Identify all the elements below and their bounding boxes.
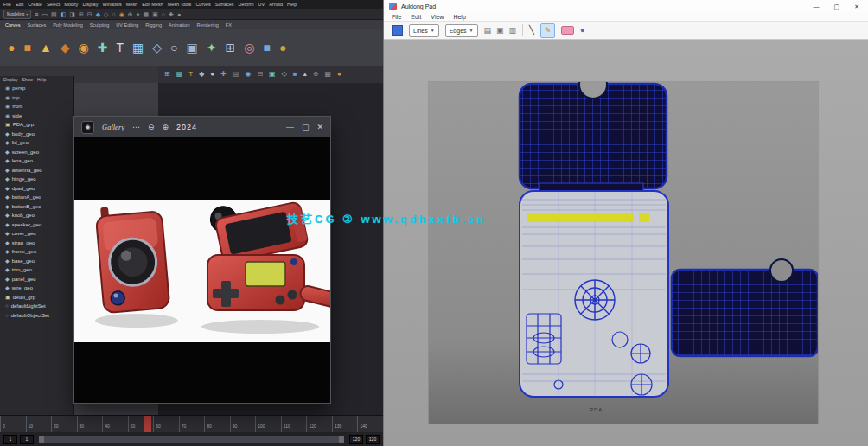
shelf-tool-icon[interactable]: ● [279, 41, 286, 54]
uv-tool-icon[interactable]: ■ [293, 71, 297, 78]
maya-menu-item[interactable]: Curves [195, 2, 210, 7]
maya-menu-item[interactable]: Windows [102, 2, 121, 7]
uv-tool-icon[interactable]: ● [210, 71, 214, 78]
uv-tool-icon[interactable]: ▣ [269, 71, 276, 78]
shelf-tab[interactable]: Curves [5, 22, 20, 28]
outliner-row[interactable]: ○ defaultObjectSet [0, 311, 73, 321]
outliner-row[interactable]: ▣ PDA_grp [0, 120, 73, 130]
shelf-tool-icon[interactable]: ◆ [61, 41, 70, 54]
zoom-in-icon[interactable]: ⊕ [163, 124, 169, 131]
shelf-tool-icon[interactable]: ✦ [207, 41, 217, 54]
maximize-icon[interactable]: ▢ [834, 3, 840, 10]
status-tool-icon[interactable]: ◧ [61, 11, 67, 17]
playhead[interactable] [144, 416, 151, 432]
status-tool-icon[interactable]: ○ [112, 11, 115, 17]
outliner-row[interactable]: ◆ dpad_geo [0, 184, 73, 194]
close-icon[interactable]: ✕ [316, 124, 323, 131]
status-tool-icon[interactable]: ▦ [144, 11, 150, 17]
outliner-row[interactable]: ◉ side [0, 112, 73, 121]
outliner-row[interactable]: ◆ strap_geo [0, 239, 73, 248]
status-tool-icon[interactable]: ◉ [119, 11, 124, 17]
uv-tool-icon[interactable]: ◇ [282, 71, 287, 78]
maya-menu-item[interactable]: Display [82, 2, 98, 7]
maya-menu-item[interactable]: Help [287, 2, 297, 7]
outliner-row[interactable]: ◆ buttonB_geo [0, 202, 73, 212]
uv-snapshot-image[interactable]: PDA [429, 82, 818, 424]
outliner-menu-item[interactable]: Help [37, 77, 46, 82]
outliner-row[interactable]: ◆ panel_geo [0, 275, 73, 284]
color-swatch-icon[interactable] [392, 25, 403, 36]
shelf-tool-icon[interactable]: ✚ [98, 41, 108, 54]
zoom-out-icon[interactable]: ⊖ [148, 124, 155, 131]
outliner-row[interactable]: ◉ front [0, 102, 73, 112]
outliner-row[interactable]: ◉ persp [0, 84, 73, 93]
shelf-tab[interactable]: Poly Modeling [53, 22, 83, 28]
status-tool-icon[interactable]: ▣ [152, 11, 158, 17]
status-tool-icon[interactable]: ⌂ [162, 11, 165, 17]
uv-tool-icon[interactable]: ▦ [176, 71, 183, 78]
uv-tool-icon[interactable]: ⊟ [257, 71, 263, 78]
range-min-field[interactable]: 1 [20, 435, 34, 444]
outliner-row[interactable]: ◆ frame_geo [0, 247, 73, 257]
uv-tool-icon[interactable]: ◉ [245, 71, 251, 78]
outliner-row[interactable]: ◆ body_geo [0, 130, 73, 139]
maya-menu-item[interactable]: UV [258, 2, 265, 7]
uv-tool-icon[interactable]: ⊞ [164, 71, 170, 78]
viewer-titlebar[interactable]: ◉ Gallery ⋯ ⊖ ⊕ 2024 — ▢ ✕ [74, 117, 330, 137]
maya-menu-item[interactable]: Mesh [126, 2, 137, 7]
more-icon[interactable]: ⋯ [132, 124, 140, 131]
outliner-row[interactable]: ◆ buttonA_geo [0, 193, 73, 202]
range-start-field[interactable]: 1 [3, 435, 17, 444]
shelf-tool-icon[interactable]: ▦ [132, 41, 144, 54]
paint-menu-item[interactable]: Edit [411, 14, 421, 20]
maya-menu-item[interactable]: File [3, 2, 11, 7]
outliner-row[interactable]: ◆ cover_geo [0, 229, 73, 239]
range-max-field[interactable]: 120 [349, 435, 363, 444]
shelf-tab[interactable]: Rendering [196, 22, 218, 28]
status-tool-icon[interactable]: ▭ [41, 11, 48, 17]
maya-menu-item[interactable]: Select [47, 2, 60, 7]
maximize-icon[interactable]: ▢ [302, 124, 310, 131]
mode-selector[interactable]: Modeling ▾ [3, 10, 31, 19]
paint-menu-item[interactable]: File [392, 14, 401, 20]
range-handle-left[interactable] [39, 436, 44, 443]
time-slider[interactable]: 0 10 20 30 40 50 60 70 80 90 [0, 415, 383, 432]
pencil-tool-icon[interactable]: ✎ [540, 23, 555, 38]
shelf-tool-icon[interactable]: ● [8, 41, 15, 54]
marker-tool-icon[interactable]: ● [580, 27, 584, 35]
shelf-tool-icon[interactable]: ◇ [152, 41, 162, 54]
maya-menu-item[interactable]: Deform [239, 2, 254, 7]
outliner-row[interactable]: ◆ knob_geo [0, 211, 73, 220]
document-tool-icon[interactable]: ▤ [484, 27, 492, 35]
maya-menu-item[interactable]: Surfaces [215, 2, 234, 7]
maya-menu-item[interactable]: Modify [64, 2, 78, 7]
status-tool-icon[interactable]: ◇ [104, 11, 108, 17]
shelf-tab[interactable]: Sculpting [90, 22, 110, 28]
uv-tool-icon[interactable]: ✚ [220, 71, 227, 78]
uv-tool-icon[interactable]: ▦ [324, 71, 331, 78]
outliner-row[interactable]: ◆ hinge_geo [0, 175, 73, 184]
range-handle-right[interactable] [339, 436, 344, 443]
outliner-row[interactable]: ◆ lid_geo [0, 138, 73, 148]
outliner-row[interactable]: ○ defaultLightSet [0, 302, 73, 311]
outliner-row[interactable]: ▣ detail_grp [0, 293, 73, 303]
shelf-tool-icon[interactable]: ◎ [244, 41, 254, 54]
outliner-row[interactable]: ◆ speaker_geo [0, 220, 73, 230]
status-tool-icon[interactable]: ⊞ [79, 11, 84, 17]
maya-menu-item[interactable]: Edit Mesh [142, 2, 163, 7]
uv-tool-icon[interactable]: ⊕ [313, 71, 319, 78]
uv-tool-icon[interactable]: ▤ [233, 71, 239, 78]
tool-dropdown-2[interactable]: Edges ▼ [445, 24, 478, 37]
minimize-icon[interactable]: — [814, 3, 820, 10]
shelf-tab[interactable]: UV Editing [116, 22, 138, 28]
paint-menu-item[interactable]: View [431, 14, 444, 20]
outliner-row[interactable]: ◆ lens_geo [0, 156, 73, 166]
close-icon[interactable]: ✕ [854, 3, 859, 10]
outliner-row[interactable]: ◆ screen_geo [0, 148, 73, 157]
shelf-tab[interactable]: Animation [169, 22, 189, 28]
shelf-tab[interactable]: Rigging [145, 22, 162, 28]
status-tool-icon[interactable]: ✚ [169, 11, 174, 17]
status-tool-icon[interactable]: ● [177, 11, 181, 17]
range-track[interactable] [39, 436, 344, 443]
range-end-field[interactable]: 120 [366, 435, 380, 444]
